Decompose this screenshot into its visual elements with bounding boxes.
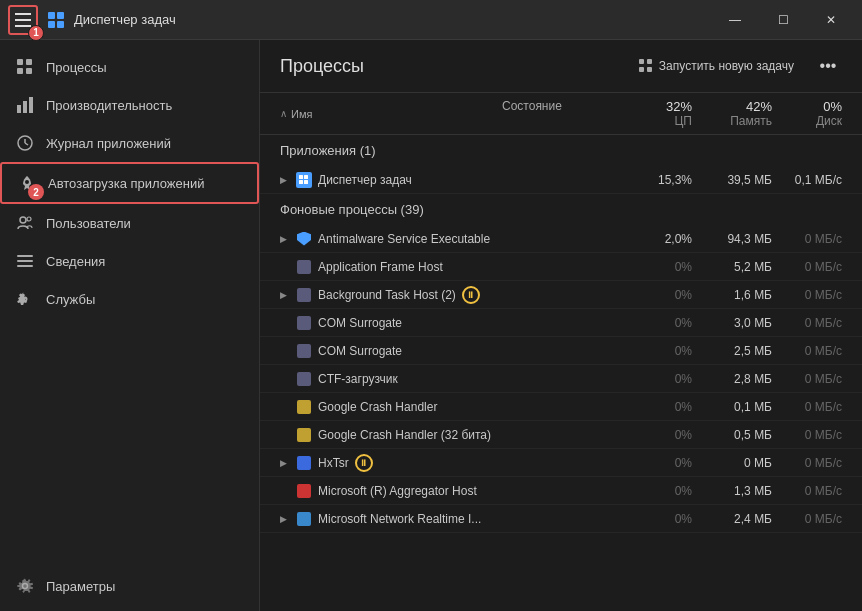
table-row[interactable]: ▶ HxTsr ⏸ 0% 0 МБ 0 МБ/с <box>260 449 862 477</box>
expand-arrow-icon: ▶ <box>280 290 290 300</box>
minimize-button[interactable]: — <box>712 4 758 36</box>
sidebar-item-users[interactable]: Пользователи <box>0 204 259 242</box>
cpu-cell: 15,3% <box>612 173 692 187</box>
sidebar-label-users: Пользователи <box>46 216 131 231</box>
process-name: Application Frame Host <box>318 260 443 274</box>
sidebar-item-settings[interactable]: Параметры <box>0 567 259 603</box>
svg-rect-9 <box>23 101 27 113</box>
process-name-cell: COM Surrogate <box>280 315 502 331</box>
content-title: Процессы <box>280 56 619 77</box>
process-name-cell: Google Crash Handler (32 бита) <box>280 427 502 443</box>
table-row[interactable]: Google Crash Handler 0% 0,1 МБ 0 МБ/с <box>260 393 862 421</box>
memory-cell: 2,5 МБ <box>692 344 772 358</box>
sidebar-item-services[interactable]: Службы <box>0 280 259 318</box>
users-icon <box>16 214 34 232</box>
sidebar-item-details[interactable]: Сведения <box>0 242 259 280</box>
col-disk-header[interactable]: 0% Диск <box>772 99 842 128</box>
badge-1: 1 <box>28 25 44 41</box>
hamburger-bar <box>15 19 31 21</box>
svg-line-13 <box>25 143 28 145</box>
cpu-cell: 0% <box>612 400 692 414</box>
col-memory-header[interactable]: 42% Память <box>692 99 772 128</box>
sidebar-label-app-history: Журнал приложений <box>46 136 171 151</box>
col-status-header[interactable]: Состояние <box>502 99 612 128</box>
process-name: Диспетчер задач <box>318 173 412 187</box>
disk-cell: 0 МБ/с <box>772 316 842 330</box>
svg-rect-5 <box>26 59 32 65</box>
memory-cell: 2,4 МБ <box>692 512 772 526</box>
process-icon <box>296 259 312 275</box>
table-row[interactable]: COM Surrogate 0% 2,5 МБ 0 МБ/с <box>260 337 862 365</box>
svg-rect-10 <box>29 97 33 113</box>
col-name-header[interactable]: ∧ Имя <box>280 99 502 128</box>
svg-rect-4 <box>17 59 23 65</box>
disk-cell: 0 МБ/с <box>772 400 842 414</box>
process-name-cell: Application Frame Host <box>280 259 502 275</box>
process-name-cell: ▶ Background Task Host (2) ⏸ <box>280 286 502 304</box>
svg-point-14 <box>25 180 29 184</box>
table-row[interactable]: ▶ Antimalware Service Executable 2,0% 94… <box>260 225 862 253</box>
svg-rect-28 <box>304 180 308 184</box>
table-row[interactable]: ▶ Microsoft Network Realtime I... 0% 2,4… <box>260 505 862 533</box>
maximize-button[interactable]: ☐ <box>760 4 806 36</box>
col-cpu-header[interactable]: 32% ЦП <box>612 99 692 128</box>
taskmgr-icon <box>296 172 312 188</box>
paused-badge: ⏸ <box>355 454 373 472</box>
sidebar-item-startup[interactable]: Автозагрузка приложений 2 <box>0 162 259 204</box>
cpu-cell: 0% <box>612 344 692 358</box>
col-name-label: Имя <box>291 108 312 120</box>
hamburger-button[interactable]: 1 <box>8 5 38 35</box>
disk-cell: 0 МБ/с <box>772 260 842 274</box>
main-layout: Процессы Производительность Журнал п <box>0 40 862 611</box>
process-name: Microsoft (R) Aggregator Host <box>318 484 477 498</box>
svg-rect-0 <box>48 12 55 19</box>
table-row[interactable]: Microsoft (R) Aggregator Host 0% 1,3 МБ … <box>260 477 862 505</box>
col-mem-label: Память <box>730 114 772 128</box>
svg-point-16 <box>27 217 31 221</box>
svg-rect-24 <box>647 67 652 72</box>
expand-arrow-icon: ▶ <box>280 234 290 244</box>
table-row[interactable]: Google Crash Handler (32 бита) 0% 0,5 МБ… <box>260 421 862 449</box>
cpu-cell: 0% <box>612 456 692 470</box>
svg-rect-3 <box>57 21 64 28</box>
disk-cell: 0 МБ/с <box>772 512 842 526</box>
sidebar-label-startup: Автозагрузка приложений <box>48 176 204 191</box>
list-icon <box>16 252 34 270</box>
process-name-cell: COM Surrogate <box>280 343 502 359</box>
gear-icon <box>16 290 34 308</box>
cpu-cell: 0% <box>612 260 692 274</box>
process-name-cell: ▶ Antimalware Service Executable <box>280 231 502 247</box>
cpu-cell: 0% <box>612 484 692 498</box>
sidebar-label-details: Сведения <box>46 254 105 269</box>
table-row[interactable]: Application Frame Host 0% 5,2 МБ 0 МБ/с <box>260 253 862 281</box>
close-button[interactable]: ✕ <box>808 4 854 36</box>
process-name: Google Crash Handler <box>318 400 437 414</box>
table-row[interactable]: COM Surrogate 0% 3,0 МБ 0 МБ/с <box>260 309 862 337</box>
table-row[interactable]: ▶ Background Task Host (2) ⏸ 0% 1,6 МБ 0… <box>260 281 862 309</box>
svg-rect-19 <box>17 265 33 267</box>
memory-cell: 3,0 МБ <box>692 316 772 330</box>
sort-arrow-icon: ∧ <box>280 108 287 119</box>
sidebar-item-app-history[interactable]: Журнал приложений <box>0 124 259 162</box>
svg-rect-27 <box>299 180 303 184</box>
table-row[interactable]: CTF-загрузчик 0% 2,8 МБ 0 МБ/с <box>260 365 862 393</box>
sidebar-item-performance[interactable]: Производительность <box>0 86 259 124</box>
svg-rect-18 <box>17 260 33 262</box>
process-name: HxTsr <box>318 456 349 470</box>
sidebar-item-processes[interactable]: Процессы <box>0 48 259 86</box>
table-row[interactable]: ▶ Диспетчер задач 15,3% 39,5 МБ 0,1 МБ/с <box>260 166 862 194</box>
more-options-button[interactable]: ••• <box>814 52 842 80</box>
col-cpu-label: ЦП <box>674 114 692 128</box>
col-mem-pct: 42% <box>746 99 772 114</box>
svg-rect-21 <box>639 59 644 64</box>
process-name-cell: CTF-загрузчик <box>280 371 502 387</box>
memory-cell: 2,8 МБ <box>692 372 772 386</box>
content-area: Процессы Запустить новую задачу ••• ∧ Им… <box>260 40 862 611</box>
run-task-button[interactable]: Запустить новую задачу <box>627 53 806 79</box>
hamburger-bar <box>15 13 31 15</box>
disk-cell: 0 МБ/с <box>772 484 842 498</box>
memory-cell: 0,1 МБ <box>692 400 772 414</box>
run-task-label: Запустить новую задачу <box>659 59 794 73</box>
svg-rect-6 <box>17 68 23 74</box>
chart-icon <box>16 96 34 114</box>
